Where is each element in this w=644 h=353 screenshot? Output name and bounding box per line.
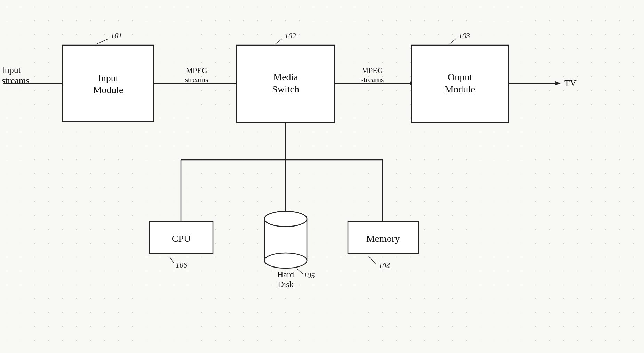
media-switch-label2: Switch: [272, 84, 299, 95]
mpeg-streams-2-label2: streams: [360, 75, 384, 84]
ref-101: 101: [111, 31, 122, 40]
input-module-label: Input: [98, 73, 118, 83]
ref-104: 104: [379, 261, 390, 270]
output-module-label2: Module: [445, 84, 475, 95]
hard-disk-label2: Disk: [278, 280, 293, 289]
input-streams-label2: streams: [2, 75, 29, 85]
ref-103: 103: [459, 31, 470, 40]
cpu-label: CPU: [172, 233, 191, 244]
tv-label: TV: [564, 78, 577, 88]
ref-102: 102: [285, 31, 296, 40]
ref-106: 106: [176, 261, 187, 269]
hard-disk-bottom: [264, 253, 307, 268]
input-module-label2: Module: [93, 84, 123, 95]
diagram-container: Input Module Media Switch Ouput Module C…: [0, 0, 644, 353]
output-module-label: Ouput: [448, 72, 472, 82]
ref-105: 105: [303, 271, 315, 280]
media-switch-label: Media: [273, 72, 298, 82]
mpeg-streams-2-label: MPEG: [361, 66, 383, 75]
hard-disk-label: Hard: [277, 270, 294, 279]
input-streams-label: Input: [2, 65, 21, 75]
mpeg-streams-1-label2: streams: [185, 75, 208, 84]
svg-point-17: [264, 211, 307, 227]
mpeg-streams-1-label: MPEG: [186, 66, 207, 75]
memory-label: Memory: [366, 233, 400, 244]
